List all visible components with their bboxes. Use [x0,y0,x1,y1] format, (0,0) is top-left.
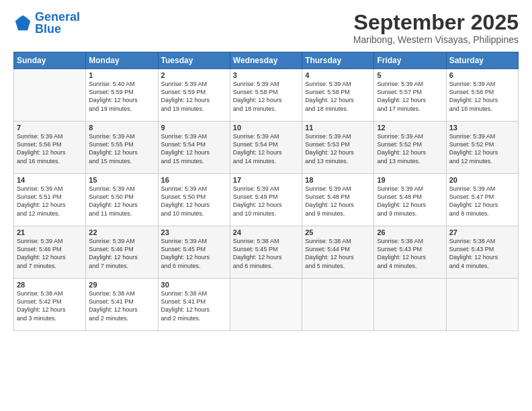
day-number: 22 [89,228,154,236]
day-info: Sunrise: 5:39 AM Sunset: 5:54 PM Dayligh… [233,132,299,165]
col-wednesday: Wednesday [230,52,302,69]
table-row: 28Sunrise: 5:38 AM Sunset: 5:42 PM Dayli… [14,279,86,331]
day-info: Sunrise: 5:40 AM Sunset: 5:59 PM Dayligh… [89,80,154,113]
table-row: 15Sunrise: 5:39 AM Sunset: 5:50 PM Dayli… [86,174,158,226]
table-row: 23Sunrise: 5:39 AM Sunset: 5:45 PM Dayli… [158,226,230,279]
day-number: 16 [161,176,227,184]
logo: General Blue [13,11,80,35]
table-row: 27Sunrise: 5:38 AM Sunset: 5:43 PM Dayli… [446,226,518,279]
day-number: 21 [17,228,83,236]
day-info: Sunrise: 5:39 AM Sunset: 5:45 PM Dayligh… [161,237,227,270]
day-info: Sunrise: 5:39 AM Sunset: 5:54 PM Dayligh… [161,132,227,165]
day-number: 23 [161,228,227,236]
table-row [446,279,518,331]
day-number: 15 [89,176,154,184]
day-number: 29 [89,281,154,289]
col-monday: Monday [86,52,158,69]
table-row: 24Sunrise: 5:38 AM Sunset: 5:45 PM Dayli… [230,226,302,279]
day-info: Sunrise: 5:39 AM Sunset: 5:58 PM Dayligh… [233,80,299,113]
day-number: 6 [449,71,515,79]
table-row: 14Sunrise: 5:39 AM Sunset: 5:51 PM Dayli… [14,174,86,226]
col-friday: Friday [374,52,446,69]
col-tuesday: Tuesday [158,52,230,69]
page: General Blue September 2025 Maribong, We… [0,0,532,411]
day-info: Sunrise: 5:39 AM Sunset: 5:50 PM Dayligh… [89,185,154,218]
day-number: 2 [161,71,227,79]
day-number: 28 [17,281,83,289]
day-info: Sunrise: 5:38 AM Sunset: 5:41 PM Dayligh… [161,289,227,322]
day-info: Sunrise: 5:39 AM Sunset: 5:50 PM Dayligh… [161,185,227,218]
day-number: 19 [377,176,443,184]
day-info: Sunrise: 5:39 AM Sunset: 5:47 PM Dayligh… [449,185,515,218]
day-number: 7 [17,124,83,132]
table-row: 5Sunrise: 5:39 AM Sunset: 5:57 PM Daylig… [374,69,446,122]
day-info: Sunrise: 5:39 AM Sunset: 5:55 PM Dayligh… [89,132,154,165]
table-row: 18Sunrise: 5:39 AM Sunset: 5:48 PM Dayli… [302,174,374,226]
day-number: 14 [17,176,83,184]
col-sunday: Sunday [14,52,86,69]
day-info: Sunrise: 5:38 AM Sunset: 5:43 PM Dayligh… [377,237,443,270]
logo-icon [13,13,32,32]
day-info: Sunrise: 5:38 AM Sunset: 5:44 PM Dayligh… [305,237,371,270]
table-row: 7Sunrise: 5:39 AM Sunset: 5:56 PM Daylig… [14,122,86,174]
table-row: 22Sunrise: 5:39 AM Sunset: 5:46 PM Dayli… [86,226,158,279]
table-row: 30Sunrise: 5:38 AM Sunset: 5:41 PM Dayli… [158,279,230,331]
day-info: Sunrise: 5:39 AM Sunset: 5:51 PM Dayligh… [17,185,83,218]
day-number: 12 [377,124,443,132]
table-row: 6Sunrise: 5:39 AM Sunset: 5:56 PM Daylig… [446,69,518,122]
day-number: 11 [305,124,371,132]
table-row: 1Sunrise: 5:40 AM Sunset: 5:59 PM Daylig… [86,69,158,122]
day-number: 13 [449,124,515,132]
col-thursday: Thursday [302,52,374,69]
day-info: Sunrise: 5:39 AM Sunset: 5:49 PM Dayligh… [233,185,299,218]
day-number: 10 [233,124,299,132]
table-row [302,279,374,331]
day-number: 18 [305,176,371,184]
calendar-week-row: 1Sunrise: 5:40 AM Sunset: 5:59 PM Daylig… [14,69,519,122]
day-info: Sunrise: 5:39 AM Sunset: 5:52 PM Dayligh… [449,132,515,165]
day-info: Sunrise: 5:39 AM Sunset: 5:59 PM Dayligh… [161,80,227,113]
day-number: 24 [233,228,299,236]
table-row: 29Sunrise: 5:38 AM Sunset: 5:41 PM Dayli… [86,279,158,331]
day-info: Sunrise: 5:39 AM Sunset: 5:46 PM Dayligh… [17,237,83,270]
day-number: 30 [161,281,227,289]
col-saturday: Saturday [446,52,518,69]
day-number: 27 [449,228,515,236]
table-row: 20Sunrise: 5:39 AM Sunset: 5:47 PM Dayli… [446,174,518,226]
table-row: 3Sunrise: 5:39 AM Sunset: 5:58 PM Daylig… [230,69,302,122]
month-title: September 2025 [353,11,519,34]
table-row: 21Sunrise: 5:39 AM Sunset: 5:46 PM Dayli… [14,226,86,279]
title-block: September 2025 Maribong, Western Visayas… [353,11,519,45]
day-number: 17 [233,176,299,184]
table-row: 16Sunrise: 5:39 AM Sunset: 5:50 PM Dayli… [158,174,230,226]
calendar-table: Sunday Monday Tuesday Wednesday Thursday… [13,52,519,331]
calendar-week-row: 28Sunrise: 5:38 AM Sunset: 5:42 PM Dayli… [14,279,519,331]
logo-text: General Blue [35,11,80,35]
day-info: Sunrise: 5:39 AM Sunset: 5:52 PM Dayligh… [377,132,443,165]
svg-marker-0 [15,15,30,30]
table-row: 12Sunrise: 5:39 AM Sunset: 5:52 PM Dayli… [374,122,446,174]
day-number: 9 [161,124,227,132]
day-number: 3 [233,71,299,79]
day-info: Sunrise: 5:38 AM Sunset: 5:41 PM Dayligh… [89,289,154,322]
day-info: Sunrise: 5:39 AM Sunset: 5:58 PM Dayligh… [305,80,371,113]
calendar-week-row: 7Sunrise: 5:39 AM Sunset: 5:56 PM Daylig… [14,122,519,174]
table-row: 13Sunrise: 5:39 AM Sunset: 5:52 PM Dayli… [446,122,518,174]
table-row: 8Sunrise: 5:39 AM Sunset: 5:55 PM Daylig… [86,122,158,174]
day-number: 5 [377,71,443,79]
day-number: 4 [305,71,371,79]
calendar-week-row: 14Sunrise: 5:39 AM Sunset: 5:51 PM Dayli… [14,174,519,226]
day-number: 20 [449,176,515,184]
day-info: Sunrise: 5:39 AM Sunset: 5:53 PM Dayligh… [305,132,371,165]
table-row: 2Sunrise: 5:39 AM Sunset: 5:59 PM Daylig… [158,69,230,122]
day-info: Sunrise: 5:39 AM Sunset: 5:56 PM Dayligh… [17,132,83,165]
day-number: 25 [305,228,371,236]
day-info: Sunrise: 5:39 AM Sunset: 5:48 PM Dayligh… [377,185,443,218]
table-row: 26Sunrise: 5:38 AM Sunset: 5:43 PM Dayli… [374,226,446,279]
calendar-week-row: 21Sunrise: 5:39 AM Sunset: 5:46 PM Dayli… [14,226,519,279]
day-number: 8 [89,124,154,132]
table-row: 10Sunrise: 5:39 AM Sunset: 5:54 PM Dayli… [230,122,302,174]
table-row [14,69,86,122]
day-number: 1 [89,71,154,79]
table-row: 25Sunrise: 5:38 AM Sunset: 5:44 PM Dayli… [302,226,374,279]
